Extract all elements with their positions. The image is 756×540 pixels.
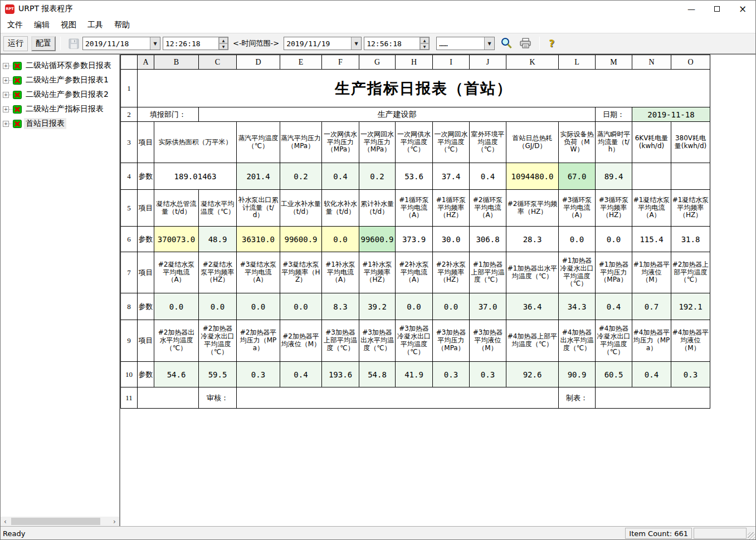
menu-item[interactable]: 工具 — [82, 18, 109, 32]
cell[interactable]: 201.4 — [237, 163, 280, 190]
cell[interactable]: #1加热器出水平均温度（℃） — [506, 252, 559, 293]
cell[interactable]: 59.5 — [199, 362, 237, 387]
cell[interactable]: 8.3 — [322, 293, 359, 320]
cell[interactable]: #1补水泵平均频率（HZ） — [359, 252, 396, 293]
cell[interactable]: 0.0 — [237, 293, 280, 320]
cell[interactable]: 蒸汽瞬时平均流量（t/h） — [596, 122, 632, 163]
cell[interactable]: 参数 — [138, 163, 154, 190]
cell[interactable]: 306.8 — [470, 227, 506, 252]
cell[interactable]: #4加热器冷凝水出口平均温度（℃） — [596, 320, 632, 362]
cell[interactable]: 115.4 — [632, 227, 671, 252]
column-header-B[interactable]: B — [154, 55, 199, 70]
cell[interactable]: #3循环泵平均频率（HZ） — [596, 190, 632, 227]
cell[interactable]: #2循环泵平均电流（A） — [470, 190, 506, 227]
cell[interactable]: #2加热器冷凝水出口平均温度（℃） — [199, 320, 237, 362]
cell[interactable]: 99600.9 — [359, 227, 396, 252]
cell[interactable]: 67.0 — [559, 163, 596, 190]
cell[interactable]: #3循环泵平均电流（A） — [559, 190, 596, 227]
cell[interactable]: 参数 — [138, 293, 154, 320]
cell[interactable]: 0.0 — [199, 293, 237, 320]
cell[interactable] — [671, 163, 710, 190]
cell[interactable]: 0.2 — [359, 163, 396, 190]
cell[interactable]: 凝结水平均温度（℃） — [199, 190, 237, 227]
menu-item[interactable]: 视图 — [55, 18, 82, 32]
cell[interactable]: 填报部门： — [138, 107, 199, 122]
config-button[interactable]: 配置 — [31, 36, 56, 51]
cell[interactable]: 0.3 — [470, 362, 506, 387]
spin-down-icon[interactable]: ▼ — [420, 43, 429, 50]
chevron-down-icon[interactable]: ▼ — [484, 37, 494, 50]
column-header-C[interactable]: C — [199, 55, 237, 70]
cell[interactable]: 蒸汽平均温度（℃） — [237, 122, 280, 163]
chevron-down-icon[interactable]: ▼ — [150, 37, 160, 50]
expand-icon[interactable]: + — [3, 121, 9, 127]
cell[interactable]: 补水泵出口累计流量（t/d） — [237, 190, 280, 227]
row-number[interactable]: 8 — [121, 293, 138, 320]
cell[interactable]: #1加热器上部平均温度（℃） — [470, 252, 506, 293]
cell[interactable]: 36310.0 — [237, 227, 280, 252]
cell[interactable]: #2循环泵平均频率（HZ） — [506, 190, 559, 227]
expand-icon[interactable]: + — [3, 92, 9, 98]
cell[interactable]: #3加热器平均液位（M） — [470, 320, 506, 362]
cell[interactable]: 一次网回水平均温度（℃） — [433, 122, 470, 163]
cell[interactable]: 项目 — [138, 190, 154, 227]
cell[interactable]: 54.8 — [359, 362, 396, 387]
cell[interactable]: 90.9 — [559, 362, 596, 387]
cell[interactable]: 一次网供水平均压力（MPa） — [322, 122, 359, 163]
column-header-H[interactable]: H — [396, 55, 433, 70]
cell[interactable]: 380V耗电量(kwh/d) — [671, 122, 710, 163]
cell[interactable]: #1循环泵平均电流（A） — [396, 190, 433, 227]
cell[interactable]: 192.1 — [671, 293, 710, 320]
select-all-corner[interactable] — [121, 55, 138, 70]
cell[interactable]: #1补水泵平均电流（A） — [322, 252, 359, 293]
cell[interactable]: 54.6 — [154, 362, 199, 387]
expand-icon[interactable]: + — [3, 63, 9, 69]
cell[interactable]: 99600.9 — [280, 227, 322, 252]
save-button[interactable] — [69, 38, 79, 49]
cell[interactable]: 0.4 — [322, 163, 359, 190]
menu-item[interactable]: 文件 — [2, 18, 28, 32]
cell[interactable]: #4加热器出水平均温度（℃） — [559, 320, 596, 362]
cell[interactable]: 189.01463 — [154, 163, 237, 190]
cell[interactable]: 0.0 — [596, 227, 632, 252]
maximize-button[interactable] — [704, 1, 730, 17]
print-button[interactable] — [519, 38, 531, 49]
cell[interactable]: 370073.0 — [154, 227, 199, 252]
cell[interactable]: #4加热器平均压力（MPa） — [632, 320, 671, 362]
column-header-G[interactable]: G — [359, 55, 396, 70]
expand-icon[interactable]: + — [3, 77, 9, 84]
cell[interactable]: 实际供热面积（万平米） — [154, 122, 237, 163]
cell[interactable]: 0.0 — [280, 293, 322, 320]
filter-combo[interactable]: …… ▼ — [436, 37, 495, 50]
cell[interactable]: 28.3 — [506, 227, 559, 252]
scroll-left-icon[interactable]: ‹ — [1, 517, 10, 526]
cell[interactable]: 193.6 — [322, 362, 359, 387]
cell[interactable]: 一次网供水平均温度（℃） — [396, 122, 433, 163]
column-header-N[interactable]: N — [632, 55, 671, 70]
scrollbar-thumb[interactable] — [11, 518, 100, 525]
spin-up-icon[interactable]: ▲ — [420, 37, 429, 43]
cell[interactable]: 0.4 — [596, 293, 632, 320]
cell[interactable] — [138, 387, 199, 409]
row-number[interactable]: 3 — [121, 122, 138, 163]
column-header-D[interactable]: D — [237, 55, 280, 70]
cell[interactable]: 蒸汽平均压力（MPa） — [280, 122, 322, 163]
cell[interactable]: 项目 — [138, 122, 154, 163]
column-header-M[interactable]: M — [596, 55, 632, 70]
menu-item[interactable]: 帮助 — [109, 18, 135, 32]
cell[interactable]: 生产建设部 — [199, 107, 596, 122]
cell[interactable]: 凝结水总管流量（t/d） — [154, 190, 199, 227]
cell[interactable]: 制表： — [559, 387, 596, 409]
start-time-spinner[interactable]: 12:26:18 ▲ ▼ — [163, 37, 228, 50]
cell[interactable]: #1加热器平均液位（M） — [632, 252, 671, 293]
cell[interactable]: 53.6 — [396, 163, 433, 190]
cell[interactable]: 60.5 — [596, 362, 632, 387]
cell[interactable]: 0.0 — [154, 293, 199, 320]
cell[interactable]: #1加热器平均压力（MPa） — [596, 252, 632, 293]
cell[interactable]: #3凝结水泵平均频率（HZ） — [280, 252, 322, 293]
tree-item[interactable]: +二级站生产参数日报表2 — [1, 87, 119, 102]
cell[interactable]: #2加热器上部平均温度（℃） — [671, 252, 710, 293]
cell[interactable]: #3加热器冷凝水出口平均温度（℃） — [396, 320, 433, 362]
cell[interactable]: #2凝结水泵平均频率（HZ） — [199, 252, 237, 293]
cell[interactable]: 项目 — [138, 320, 154, 362]
